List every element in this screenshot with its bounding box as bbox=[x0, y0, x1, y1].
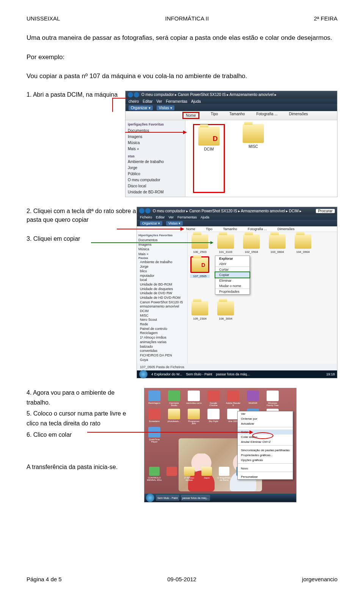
p-removable[interactable]: ermazenamento amovível bbox=[138, 304, 186, 309]
fav-docs[interactable]: Documentos bbox=[138, 238, 186, 242]
col-nome[interactable]: Nome bbox=[182, 112, 199, 119]
tb-paint[interactable]: Sem título - Paint bbox=[156, 495, 179, 501]
col-nome[interactable]: Nome bbox=[186, 227, 195, 231]
col-dim[interactable]: Dimensões bbox=[289, 112, 308, 119]
p-rede[interactable]: Rede bbox=[138, 322, 186, 327]
p-canon[interactable]: Canon PowerShot SX120 IS bbox=[138, 300, 186, 305]
ctx-cortar[interactable]: Cortar bbox=[215, 267, 249, 272]
p-bdrom[interactable]: Unidade de BD-ROM bbox=[138, 282, 186, 287]
p-desktop[interactable]: Ambiente de trabalho bbox=[138, 260, 186, 265]
fav-music[interactable]: Música bbox=[128, 140, 183, 146]
ctx-anular[interactable]: Anular Eliminar Ctrl+Z bbox=[238, 439, 293, 444]
menu-view[interactable]: Ver bbox=[156, 99, 162, 104]
col-tamanho[interactable]: Tamanho bbox=[229, 112, 245, 119]
icon-ball3a[interactable] bbox=[164, 467, 179, 481]
p-panel[interactable]: Painel de controlo bbox=[138, 327, 186, 331]
menu-help[interactable]: Ajuda bbox=[201, 215, 209, 219]
fav-more[interactable]: Mais » bbox=[128, 146, 183, 152]
folder-dcim[interactable]: D DCIM bbox=[193, 124, 225, 193]
ctx-abrir[interactable]: Abrir bbox=[215, 261, 249, 267]
icon-recycle[interactable]: Reciclagem bbox=[147, 391, 162, 406]
menu-help[interactable]: Ajuda bbox=[191, 99, 201, 104]
icon-photoleads[interactable]: photoleads... bbox=[166, 409, 182, 425]
menu-edit[interactable]: Editar bbox=[143, 99, 152, 104]
fav-docs[interactable]: Documentos bbox=[128, 128, 183, 134]
views-button[interactable]: Vistas ▾ bbox=[157, 105, 174, 110]
p-misc[interactable]: MISC bbox=[138, 314, 186, 318]
ctx-personalizar[interactable]: Personalizar bbox=[238, 474, 293, 479]
p-hddvd[interactable]: Unidade de HD DVD-ROM bbox=[138, 296, 186, 300]
menu-tools[interactable]: Ferramentas bbox=[166, 99, 187, 104]
start-button[interactable] bbox=[146, 494, 154, 502]
menu-file[interactable]: cheiro bbox=[129, 99, 139, 104]
col-tipo[interactable]: Tipo bbox=[206, 227, 212, 231]
p-goya[interactable]: Goya bbox=[138, 358, 186, 362]
p-anim[interactable]: animações varias bbox=[138, 340, 186, 345]
views-button[interactable]: Vistas ▾ bbox=[166, 221, 183, 226]
place-jorge[interactable]: Jorge bbox=[128, 165, 183, 171]
col-tipo[interactable]: Tipo bbox=[211, 112, 218, 119]
place-bdrom[interactable]: Unidade de BD-ROM bbox=[128, 189, 183, 195]
icon-controlo[interactable]: CONTROLO MENSAL 201x bbox=[147, 467, 162, 481]
ctx-explorar[interactable]: Explorar bbox=[215, 256, 249, 261]
p-batizado[interactable]: batizado bbox=[138, 345, 186, 349]
place-publico[interactable]: Público bbox=[128, 171, 183, 177]
menu-file[interactable]: Ficheiro bbox=[140, 215, 152, 219]
p-computer[interactable]: mputador bbox=[138, 274, 186, 278]
desktop-context-menu[interactable]: Ver Ordenar por Actualizar Colar Colar a… bbox=[237, 411, 293, 480]
icon-camtasia[interactable]: Camtasia Studio bbox=[166, 391, 182, 406]
icon-quicktime[interactable]: QuickTime Player bbox=[147, 427, 162, 443]
p-jorge[interactable]: Jorge bbox=[138, 265, 186, 269]
ctx-props[interactable]: Propriedades bbox=[215, 289, 249, 294]
win1-menubar[interactable]: cheiro Editar Ver Ferramentas Ajuda bbox=[126, 99, 337, 104]
tb-paint[interactable]: Sem título - Paint bbox=[186, 372, 212, 376]
p-conv[interactable]: convertidas bbox=[138, 349, 186, 353]
organize-button[interactable]: Organizar ▾ bbox=[140, 221, 162, 226]
menu-edit[interactable]: Editar bbox=[156, 215, 165, 219]
place-desktop[interactable]: Ambiente de trabalho bbox=[128, 159, 183, 165]
p-floppy[interactable]: Unidade de disquetes bbox=[138, 287, 186, 292]
folder-106[interactable]: 106_3004 bbox=[216, 301, 235, 361]
col-tamanho[interactable]: Tamanho bbox=[223, 227, 237, 231]
p-publico[interactable]: blico bbox=[138, 269, 186, 274]
menu-tools[interactable]: Ferramentas bbox=[177, 215, 197, 219]
place-disk[interactable]: Disco local bbox=[128, 183, 183, 189]
folder-105[interactable]: 105_2304 bbox=[190, 301, 210, 361]
ctx-ver[interactable]: Ver bbox=[238, 411, 293, 416]
folder-107[interactable]: D 107_0505 bbox=[190, 256, 210, 278]
col-foto[interactable]: Fotografia ... bbox=[256, 112, 278, 119]
icon-programasjmv[interactable]: Programas JMV bbox=[186, 409, 201, 425]
p-dvdrw[interactable]: Unidade de DVD RW bbox=[138, 291, 186, 296]
ctx-novo[interactable]: Novo bbox=[238, 466, 293, 471]
p-disk[interactable]: local bbox=[138, 278, 186, 282]
icon-skyfight[interactable]: Sky Fight bbox=[206, 409, 221, 425]
fav-img[interactable]: Imagens bbox=[128, 134, 183, 140]
fav-more[interactable]: Mais » bbox=[138, 252, 186, 256]
place-computer[interactable]: O meu computador bbox=[128, 177, 183, 183]
icon-jogos[interactable]: Jogos bbox=[199, 467, 214, 481]
fav-music[interactable]: Música bbox=[138, 247, 186, 251]
nav-buttons[interactable] bbox=[139, 208, 151, 213]
folder-103[interactable]: 103_0804 bbox=[267, 234, 287, 295]
ctx-gopt[interactable]: Opções gráficas bbox=[238, 458, 293, 463]
tb-doc[interactable]: passar fotos da máq... bbox=[216, 372, 250, 376]
p-almoco[interactable]: 1º Almoço irmãos bbox=[138, 336, 186, 340]
tb-doc[interactable]: passar fotos da máq... bbox=[181, 495, 210, 501]
icon-adobe[interactable]: Adobe Reader X bbox=[226, 391, 241, 406]
icon-chrome[interactable]: Google Chrome bbox=[206, 391, 221, 406]
context-menu[interactable]: Explorar Abrir Cortar Copiar Eliminar Mu… bbox=[215, 256, 250, 295]
win2-menubar[interactable]: Ficheiro Editar Ver Ferramentas Ajuda bbox=[137, 215, 337, 220]
icon-zonealarm[interactable]: Zonealarm bbox=[147, 409, 162, 425]
icon-almoco[interactable]: 1º Almoço irmãos bbox=[182, 467, 197, 481]
ctx-gprops[interactable]: Propriedades gráficas... bbox=[238, 453, 293, 458]
col-dim[interactable]: Dimensões bbox=[278, 227, 295, 231]
folder-104[interactable]: 104_0904 bbox=[293, 234, 313, 295]
icon-winrar[interactable]: WinRAR bbox=[245, 391, 260, 406]
ctx-rename[interactable]: Mudar o nome bbox=[215, 283, 249, 289]
start-button[interactable] bbox=[139, 370, 147, 378]
icon-magalhaes[interactable]: O Magalhães da Barra bbox=[217, 467, 232, 481]
ctx-actualizar[interactable]: Actualizar bbox=[238, 421, 293, 426]
col-foto[interactable]: Fotografia ... bbox=[248, 227, 267, 231]
organize-button[interactable]: Organizar ▾ bbox=[129, 105, 153, 110]
p-pen[interactable]: FICHEIROS DA PEN bbox=[138, 353, 186, 358]
